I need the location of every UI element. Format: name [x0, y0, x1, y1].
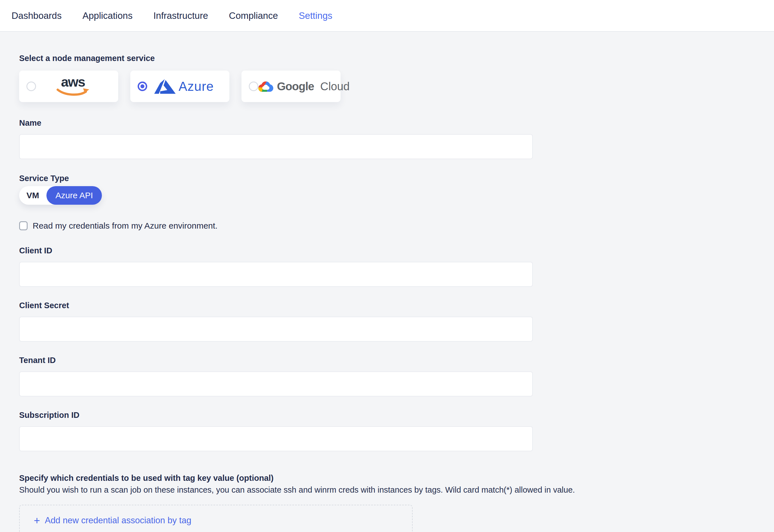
- plus-icon: +: [34, 515, 40, 526]
- read-credentials-label: Read my credentials from my Azure enviro…: [33, 221, 218, 231]
- cloud-wordmark: Cloud: [320, 80, 350, 93]
- service-option-google-cloud[interactable]: GoogleCloud: [242, 71, 341, 102]
- settings-content: Select a node management service aws: [0, 32, 774, 532]
- subscription-id-label: Subscription ID: [19, 410, 774, 420]
- aws-swoosh-icon: [55, 88, 90, 96]
- credential-association-box: + Add new credential association by tag: [19, 505, 413, 532]
- service-type-label: Service Type: [19, 173, 774, 183]
- client-id-group: Client ID: [19, 245, 774, 287]
- add-credential-association-label: Add new credential association by tag: [45, 515, 191, 526]
- tag-credentials-heading: Specify which credentials to be used wit…: [19, 473, 774, 483]
- tag-credentials-description: Should you wish to run a scan job on the…: [19, 485, 774, 495]
- read-credentials-row[interactable]: Read my credentials from my Azure enviro…: [19, 221, 774, 231]
- tenant-id-label: Tenant ID: [19, 355, 774, 365]
- toggle-option-vm[interactable]: VM: [19, 186, 46, 205]
- google-cloud-logo: GoogleCloud: [258, 80, 350, 93]
- google-wordmark: Google: [277, 80, 314, 93]
- subscription-id-group: Subscription ID: [19, 410, 774, 451]
- service-options-row: aws Azure: [19, 71, 774, 102]
- aws-logo: aws: [36, 76, 110, 96]
- add-credential-association-button[interactable]: + Add new credential association by tag: [34, 513, 191, 528]
- subscription-id-input[interactable]: [19, 426, 533, 451]
- service-option-azure[interactable]: Azure: [130, 71, 230, 102]
- client-secret-input[interactable]: [19, 317, 533, 342]
- nav-item-settings[interactable]: Settings: [299, 10, 332, 21]
- aws-radio[interactable]: [26, 82, 36, 91]
- service-option-aws[interactable]: aws: [19, 71, 118, 102]
- name-label: Name: [19, 118, 774, 128]
- top-nav: Dashboards Applications Infrastructure C…: [0, 0, 774, 32]
- aws-wordmark: aws: [61, 76, 85, 88]
- azure-radio-selected[interactable]: [138, 82, 147, 91]
- client-secret-group: Client Secret: [19, 300, 774, 342]
- tenant-id-input[interactable]: [19, 371, 533, 396]
- name-input[interactable]: [19, 134, 533, 159]
- azure-triangle-icon: [154, 79, 175, 94]
- nav-item-compliance[interactable]: Compliance: [229, 10, 278, 21]
- client-id-label: Client ID: [19, 245, 774, 256]
- service-type-toggle: VM Azure API: [19, 186, 102, 205]
- google-cloud-icon: [258, 80, 273, 93]
- service-select-label: Select a node management service: [19, 53, 774, 63]
- service-type-group: Service Type VM Azure API: [19, 173, 774, 205]
- client-secret-label: Client Secret: [19, 300, 774, 310]
- name-field-group: Name: [19, 118, 774, 159]
- azure-logo: Azure: [147, 79, 221, 94]
- read-credentials-checkbox[interactable]: [19, 221, 28, 230]
- nav-item-applications[interactable]: Applications: [82, 10, 132, 21]
- client-id-input[interactable]: [19, 262, 533, 287]
- nav-item-dashboards[interactable]: Dashboards: [12, 10, 62, 21]
- google-cloud-radio[interactable]: [249, 82, 258, 91]
- toggle-option-azure-api[interactable]: Azure API: [46, 186, 102, 205]
- nav-item-infrastructure[interactable]: Infrastructure: [153, 10, 208, 21]
- azure-wordmark: Azure: [178, 79, 214, 94]
- tenant-id-group: Tenant ID: [19, 355, 774, 396]
